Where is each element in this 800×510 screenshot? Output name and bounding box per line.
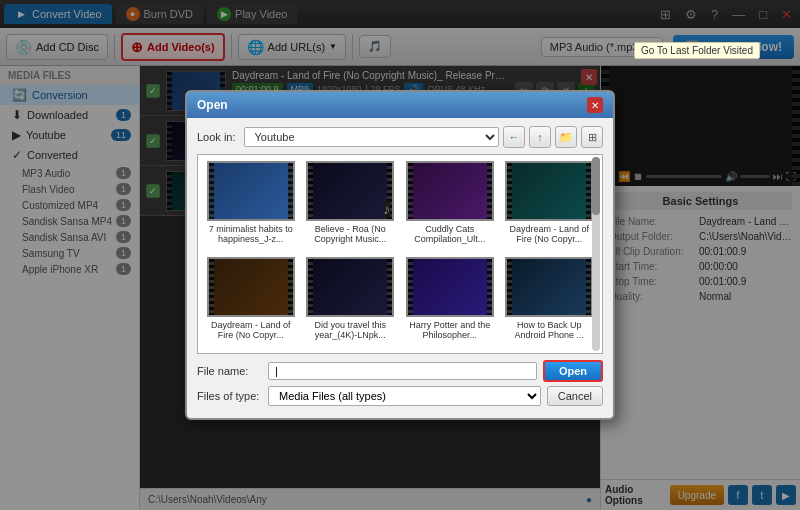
dialog-overlay: Open ✕ Look in: Youtube ← ↑ 📁 ⊞ Go To La… xyxy=(0,0,800,510)
dialog-filename-row: File name: Open xyxy=(197,360,603,382)
dialog-file-name-7: Harry Potter and the Philosopher... xyxy=(406,320,494,340)
dialog-file-name-6: Did you travel this year_(4K)-LNpk... xyxy=(306,320,394,340)
back-btn[interactable]: ← xyxy=(503,126,525,148)
dialog-file-item-6[interactable]: Did you travel this year_(4K)-LNpk... xyxy=(304,257,398,347)
view-btn[interactable]: ⊞ xyxy=(581,126,603,148)
dialog-file-name-1: 7 minimalist habits to happiness_J-z... xyxy=(207,224,295,244)
dialog-scrollbar-thumb xyxy=(592,157,600,215)
dialog-file-name-3: Cuddly Cats Compilation_Ult... xyxy=(406,224,494,244)
dialog-filetype-row: Files of type: Media Files (all types) C… xyxy=(197,386,603,406)
dialog-scrollbar[interactable] xyxy=(592,157,600,351)
dialog-body: Look in: Youtube ← ↑ 📁 ⊞ Go To Last Fold… xyxy=(187,118,613,418)
dialog-file-item-5[interactable]: Daydream - Land of Fire (No Copyr... xyxy=(204,257,298,347)
filetype-label: Files of type: xyxy=(197,390,262,402)
dialog-file-thumb-6 xyxy=(306,257,394,317)
tooltip-box: Go To Last Folder Visited xyxy=(634,42,760,59)
dialog-title: Open xyxy=(197,98,228,112)
filename-input[interactable] xyxy=(268,362,537,380)
open-dialog: Open ✕ Look in: Youtube ← ↑ 📁 ⊞ Go To La… xyxy=(185,90,615,420)
dialog-file-thumb-2: ♪ xyxy=(306,161,394,221)
dialog-toolbar: Look in: Youtube ← ↑ 📁 ⊞ Go To Last Fold… xyxy=(197,126,603,148)
dialog-file-thumb-7 xyxy=(406,257,494,317)
dialog-file-thumb-1 xyxy=(207,161,295,221)
dialog-file-thumb-8 xyxy=(505,257,593,317)
filetype-select[interactable]: Media Files (all types) xyxy=(268,386,541,406)
dialog-file-item-8[interactable]: How to Back Up Android Phone ... xyxy=(503,257,597,347)
dialog-file-item-2[interactable]: ♪ Believe - Roa (No Copyright Music... xyxy=(304,161,398,251)
dialog-file-thumb-5 xyxy=(207,257,295,317)
dialog-file-thumb-3 xyxy=(406,161,494,221)
dialog-file-name-2: Believe - Roa (No Copyright Music... xyxy=(306,224,394,244)
dialog-file-item-4[interactable]: Daydream - Land of Fire (No Copyr... xyxy=(503,161,597,251)
dialog-file-name-8: How to Back Up Android Phone ... xyxy=(505,320,593,340)
cancel-button[interactable]: Cancel xyxy=(547,386,603,406)
dialog-file-item-3[interactable]: Cuddly Cats Compilation_Ult... xyxy=(403,161,497,251)
up-folder-btn[interactable]: ↑ xyxy=(529,126,551,148)
open-button[interactable]: Open xyxy=(543,360,603,382)
dialog-title-bar: Open ✕ xyxy=(187,92,613,118)
dialog-files-grid: 7 minimalist habits to happiness_J-z... … xyxy=(197,154,603,354)
dialog-file-item-7[interactable]: Harry Potter and the Philosopher... xyxy=(403,257,497,347)
filename-input-label: File name: xyxy=(197,365,262,377)
look-in-select[interactable]: Youtube xyxy=(244,127,499,147)
look-in-label: Look in: xyxy=(197,131,236,143)
create-folder-btn[interactable]: 📁 xyxy=(555,126,577,148)
dialog-file-name-4: Daydream - Land of Fire (No Copyr... xyxy=(505,224,593,244)
dialog-file-item-1[interactable]: 7 minimalist habits to happiness_J-z... xyxy=(204,161,298,251)
dialog-close-button[interactable]: ✕ xyxy=(587,97,603,113)
dialog-file-thumb-4 xyxy=(505,161,593,221)
dialog-file-name-5: Daydream - Land of Fire (No Copyr... xyxy=(207,320,295,340)
